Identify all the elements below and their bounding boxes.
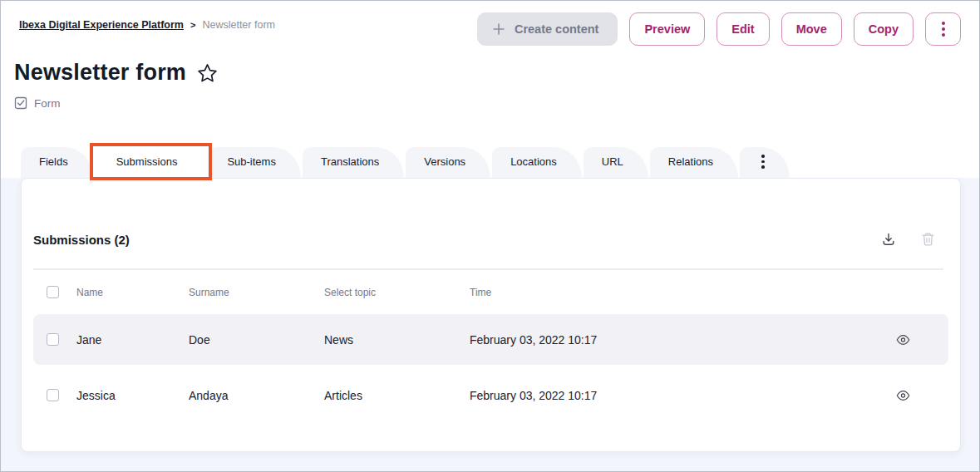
eye-icon	[896, 334, 910, 346]
tab-url[interactable]: URL	[584, 147, 648, 178]
column-header-surname: Surname	[189, 287, 324, 298]
move-button[interactable]: Move	[781, 12, 842, 46]
submissions-table: Name Surname Select topic Time Jane Doe …	[22, 270, 960, 420]
column-header-name: Name	[76, 287, 189, 298]
cell-surname: Andaya	[189, 389, 324, 402]
tab-submissions-label: Submissions	[116, 155, 178, 168]
row-checkbox[interactable]	[47, 333, 59, 346]
table-header-row: Name Surname Select topic Time	[33, 270, 948, 314]
copy-button[interactable]: Copy	[854, 12, 914, 46]
app-window: Ibexa Digital Experience Platform > News…	[0, 0, 980, 472]
tab-relations[interactable]: Relations	[650, 147, 738, 178]
table-row: Jane Doe News February 03, 2022 10:17	[33, 314, 948, 365]
eye-icon	[896, 390, 910, 401]
cell-topic: News	[324, 333, 470, 347]
page-header: Ibexa Digital Experience Platform > News…	[1, 1, 979, 110]
cell-name: Jessica	[76, 389, 189, 402]
star-bookmark-icon[interactable]	[196, 62, 219, 85]
breadcrumb-separator: >	[190, 20, 195, 30]
breadcrumb-root-link[interactable]: Ibexa Digital Experience Platform	[19, 19, 184, 31]
delete-button[interactable]	[921, 232, 935, 247]
table-row: Jessica Andaya Articles February 03, 202…	[33, 370, 948, 420]
view-submission-button[interactable]	[896, 334, 910, 346]
cell-name: Jane	[76, 333, 189, 347]
cell-topic: Articles	[324, 389, 470, 402]
tab-locations[interactable]: Locations	[492, 147, 582, 178]
content-type-label: Form	[34, 97, 61, 110]
trash-icon	[921, 232, 935, 247]
view-submission-button[interactable]	[896, 390, 910, 401]
download-icon	[881, 232, 896, 247]
preview-button[interactable]: Preview	[629, 12, 705, 46]
download-button[interactable]	[881, 232, 896, 247]
tab-fields[interactable]: Fields	[21, 147, 93, 178]
form-checkbox-icon	[14, 96, 27, 110]
breadcrumb-current: Newsletter form	[202, 19, 275, 31]
action-toolbar: Create content Preview Edit Move Copy	[477, 12, 961, 46]
plus-icon	[491, 22, 506, 37]
tab-more-button[interactable]	[740, 147, 790, 178]
cell-time: February 03, 2022 10:17	[470, 389, 857, 402]
column-header-time: Time	[470, 287, 857, 298]
edit-button[interactable]: Edit	[717, 12, 769, 46]
create-content-label: Create content	[515, 22, 599, 36]
tab-bar: Fields Submissions Sub-items Translation…	[21, 147, 791, 178]
page-title: Newsletter form	[14, 60, 186, 86]
row-checkbox[interactable]	[47, 389, 59, 401]
tab-translations[interactable]: Translations	[303, 147, 404, 178]
cell-time: February 03, 2022 10:17	[470, 333, 857, 347]
tab-submissions[interactable]: Submissions	[95, 147, 208, 178]
column-header-topic: Select topic	[324, 287, 470, 298]
panel-title: Submissions (2)	[33, 233, 130, 247]
content-type-row: Form	[14, 96, 961, 110]
more-actions-button[interactable]	[925, 12, 961, 46]
kebab-icon	[942, 22, 945, 37]
tab-versions[interactable]: Versions	[406, 147, 490, 178]
select-all-checkbox[interactable]	[47, 286, 59, 298]
tab-sub-items[interactable]: Sub-items	[209, 147, 301, 178]
breadcrumb: Ibexa Digital Experience Platform > News…	[19, 19, 275, 31]
cell-surname: Doe	[189, 333, 324, 347]
submissions-panel: Submissions (2) Na	[21, 178, 961, 452]
more-tabs-icon	[761, 155, 765, 169]
create-content-button[interactable]: Create content	[477, 12, 618, 46]
